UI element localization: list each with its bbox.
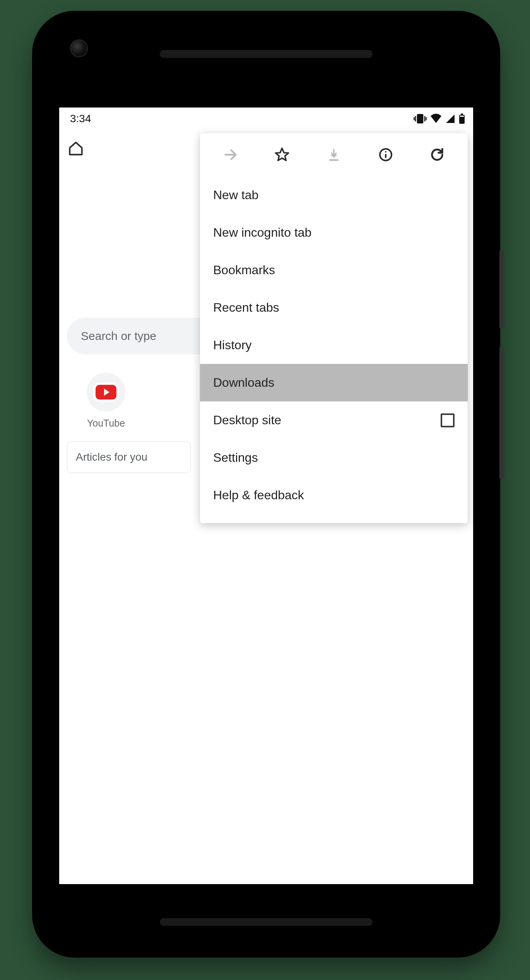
screen: 3:34 — [59, 108, 473, 884]
tile-youtube[interactable]: YouTube — [81, 373, 131, 429]
svg-rect-10 — [329, 159, 338, 161]
menu-item-help-feedback[interactable]: Help & feedback — [200, 476, 468, 514]
battery-icon — [458, 113, 465, 124]
svg-point-13 — [385, 151, 386, 153]
earpiece — [160, 50, 373, 58]
checkbox-icon[interactable] — [441, 413, 455, 427]
menu-label: Recent tabs — [213, 300, 279, 315]
status-icons — [414, 113, 465, 124]
menu-item-desktop-site[interactable]: Desktop site — [200, 401, 468, 439]
power-button — [499, 251, 504, 328]
menu-label: Help & feedback — [213, 488, 304, 502]
menu-item-new-tab[interactable]: New tab — [200, 176, 468, 214]
menu-label: Bookmarks — [213, 263, 275, 277]
status-time: 3:34 — [70, 113, 91, 125]
svg-marker-9 — [276, 148, 289, 160]
phone-bezel: 3:34 — [40, 19, 492, 950]
home-icon[interactable] — [68, 140, 84, 157]
star-icon[interactable] — [270, 143, 294, 166]
cellular-icon — [445, 114, 455, 124]
search-placeholder: Search or type — [81, 330, 156, 343]
overflow-menu: New tab New incognito tab Bookmarks Rece… — [200, 133, 468, 523]
articles-card[interactable]: Articles for you — [67, 441, 191, 473]
status-bar: 3:34 — [59, 108, 473, 130]
bottom-speaker — [160, 918, 373, 926]
svg-rect-7 — [460, 116, 464, 117]
menu-item-settings[interactable]: Settings — [200, 439, 468, 476]
forward-icon[interactable] — [219, 143, 242, 166]
menu-item-history[interactable]: History — [200, 326, 468, 364]
menu-item-downloads[interactable]: Downloads — [200, 364, 468, 401]
info-icon[interactable] — [374, 143, 397, 166]
refresh-icon[interactable] — [426, 143, 449, 166]
download-icon[interactable] — [322, 143, 345, 166]
menu-item-bookmarks[interactable]: Bookmarks — [200, 251, 468, 289]
menu-label: New tab — [213, 188, 258, 202]
vibrate-icon — [414, 113, 427, 124]
wifi-icon — [430, 114, 442, 124]
front-camera — [70, 39, 88, 57]
menu-icon-row — [200, 133, 468, 176]
volume-button — [499, 347, 504, 479]
articles-label: Articles for you — [76, 451, 147, 463]
svg-rect-6 — [461, 114, 463, 115]
phone-frame: 3:34 — [32, 11, 500, 958]
menu-label: Settings — [213, 451, 258, 465]
menu-label: Desktop site — [213, 413, 281, 427]
menu-item-new-incognito-tab[interactable]: New incognito tab — [200, 214, 468, 251]
tile-label: YouTube — [87, 418, 125, 429]
menu-label: History — [213, 338, 252, 352]
menu-label: New incognito tab — [213, 225, 311, 240]
menu-item-recent-tabs[interactable]: Recent tabs — [200, 289, 468, 326]
menu-label: Downloads — [213, 376, 274, 390]
svg-rect-0 — [417, 114, 423, 123]
youtube-icon — [87, 373, 125, 411]
